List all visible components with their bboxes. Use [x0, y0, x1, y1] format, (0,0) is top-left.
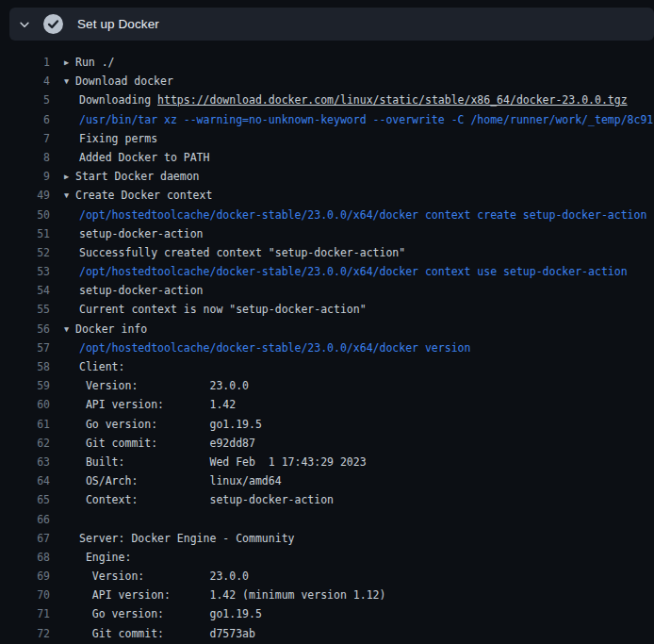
log-text: Fixing perms — [75, 129, 157, 148]
log-text: Download docker — [75, 72, 173, 91]
log-text: setup-docker-action — [75, 224, 204, 243]
log-text: Successfully created context "setup-dock… — [75, 243, 405, 262]
line-number[interactable]: 63 — [0, 453, 50, 471]
log-text: Added Docker to PATH — [75, 148, 209, 167]
log-line: 61 Go version: go1.19.5 — [0, 415, 654, 434]
log-text: Git commit: e92dd87 — [75, 434, 255, 453]
log-text: Built: Wed Feb 1 17:43:29 2023 — [75, 453, 367, 471]
log-line: 56▼Docker info — [0, 320, 654, 339]
chevron-down-icon[interactable] — [18, 18, 31, 31]
step-title: Set up Docker — [77, 17, 159, 31]
log-line: 69 Version: 23.0.0 — [0, 567, 654, 586]
line-number[interactable]: 58 — [0, 357, 50, 376]
line-number[interactable]: 68 — [0, 548, 50, 567]
line-number[interactable]: 52 — [0, 243, 50, 262]
line-number[interactable]: 50 — [0, 206, 50, 224]
line-number[interactable]: 64 — [0, 471, 50, 490]
log-text: Docker info — [75, 320, 147, 339]
log-text: Version: 23.0.0 — [75, 376, 249, 395]
log-line: 9▶Start Docker daemon — [0, 167, 654, 186]
collapse-group-icon[interactable]: ▼ — [50, 320, 75, 339]
log-line: 52Successfully created context "setup-do… — [0, 243, 654, 262]
log-line: 54setup-docker-action — [0, 281, 654, 300]
log-text: Downloading https://download.docker.com/… — [75, 91, 628, 109]
log-line: 67Server: Docker Engine - Community — [0, 529, 654, 548]
line-number[interactable]: 53 — [0, 262, 50, 281]
log-line: 7Fixing perms — [0, 129, 654, 148]
collapse-group-icon[interactable]: ▼ — [50, 186, 75, 205]
log-text: Go version: go1.19.5 — [75, 604, 262, 623]
line-number[interactable]: 4 — [0, 72, 50, 91]
line-number[interactable]: 71 — [0, 604, 50, 623]
log-command-text: /opt/hostedtoolcache/docker-stable/23.0.… — [75, 262, 628, 281]
log-command-text: /opt/hostedtoolcache/docker-stable/23.0.… — [75, 206, 646, 224]
line-number[interactable]: 65 — [0, 490, 50, 509]
log-line: 57/opt/hostedtoolcache/docker-stable/23.… — [0, 339, 654, 357]
line-number[interactable]: 67 — [0, 529, 50, 548]
log-text: Server: Docker Engine - Community — [75, 529, 294, 548]
log-line: 58Client: — [0, 357, 654, 376]
log-line: 68 Engine: — [0, 548, 654, 567]
log-line: 53/opt/hostedtoolcache/docker-stable/23.… — [0, 262, 654, 281]
log-text: Client: — [75, 357, 124, 376]
log-text: Git commit: d7573ab — [75, 624, 255, 643]
line-number[interactable]: 61 — [0, 415, 50, 434]
line-number[interactable]: 5 — [0, 91, 50, 109]
check-circle-icon — [43, 14, 63, 34]
log-line: 51setup-docker-action — [0, 224, 654, 243]
step-header[interactable]: Set up Docker — [9, 8, 654, 41]
log-text: Engine: — [75, 548, 131, 567]
line-number[interactable]: 51 — [0, 224, 50, 243]
log-line: 60 API version: 1.42 — [0, 395, 654, 414]
log-text: Current context is now "setup-docker-act… — [75, 300, 367, 319]
line-number[interactable]: 54 — [0, 281, 50, 300]
log-lines: 1▶Run ./4▼Download docker5Downloading ht… — [0, 41, 654, 643]
log-line: 66 — [0, 510, 654, 529]
line-number[interactable]: 7 — [0, 129, 50, 148]
log-text: Context: setup-docker-action — [75, 490, 334, 509]
log-text: Start Docker daemon — [75, 167, 200, 186]
line-number[interactable]: 66 — [0, 510, 50, 529]
log-line: 65 Context: setup-docker-action — [0, 490, 654, 509]
line-number[interactable]: 56 — [0, 320, 50, 339]
log-text: Run ./ — [75, 53, 115, 72]
expand-group-icon[interactable]: ▶ — [50, 53, 75, 72]
line-number[interactable]: 55 — [0, 300, 50, 319]
line-number[interactable]: 1 — [0, 53, 50, 72]
log-line: 50/opt/hostedtoolcache/docker-stable/23.… — [0, 206, 654, 224]
log-line: 5Downloading https://download.docker.com… — [0, 91, 654, 109]
log-text: Go version: go1.19.5 — [75, 415, 262, 434]
line-number[interactable]: 8 — [0, 148, 50, 167]
line-number[interactable]: 9 — [0, 167, 50, 186]
line-number[interactable]: 6 — [0, 110, 50, 129]
log-text: Create Docker context — [75, 186, 212, 205]
line-number[interactable]: 62 — [0, 434, 50, 453]
line-number[interactable]: 60 — [0, 395, 50, 414]
line-number[interactable]: 49 — [0, 186, 50, 205]
log-line: 4▼Download docker — [0, 72, 654, 91]
log-text: Version: 23.0.0 — [75, 567, 249, 586]
log-line: 72 Git commit: d7573ab — [0, 624, 654, 643]
collapse-group-icon[interactable]: ▼ — [50, 72, 75, 91]
log-line: 1▶Run ./ — [0, 53, 654, 72]
log-line: 70 API version: 1.42 (minimum version 1.… — [0, 586, 654, 604]
line-number[interactable]: 70 — [0, 586, 50, 604]
log-text: setup-docker-action — [75, 281, 204, 300]
line-number[interactable]: 72 — [0, 624, 50, 643]
log-line: 62 Git commit: e92dd87 — [0, 434, 654, 453]
log-text: API version: 1.42 — [75, 395, 236, 414]
log-command-text: /usr/bin/tar xz --warning=no-unknown-key… — [75, 110, 653, 129]
line-number[interactable]: 69 — [0, 567, 50, 586]
log-line: 59 Version: 23.0.0 — [0, 376, 654, 395]
line-number[interactable]: 59 — [0, 376, 50, 395]
log-text: OS/Arch: linux/amd64 — [75, 471, 282, 490]
log-command-text: /opt/hostedtoolcache/docker-stable/23.0.… — [75, 339, 470, 357]
line-number[interactable]: 57 — [0, 339, 50, 357]
log-line: 64 OS/Arch: linux/amd64 — [0, 471, 654, 490]
log-line: 49▼Create Docker context — [0, 186, 654, 205]
download-url-link[interactable]: https://download.docker.com/linux/static… — [157, 93, 628, 107]
log-line: 6/usr/bin/tar xz --warning=no-unknown-ke… — [0, 110, 654, 129]
expand-group-icon[interactable]: ▶ — [50, 167, 75, 186]
log-line: 71 Go version: go1.19.5 — [0, 604, 654, 623]
log-line: 8Added Docker to PATH — [0, 148, 654, 167]
